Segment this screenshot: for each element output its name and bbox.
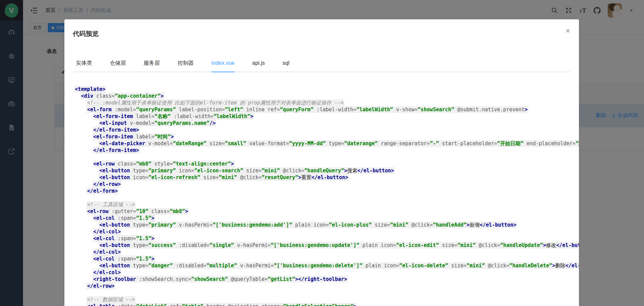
- code-line: <el-col :span=”1.5”>: [74, 255, 579, 262]
- tab-index.vue[interactable]: index.vue: [211, 59, 235, 72]
- code-line: <el-button type=”success” :disabled=”sin…: [74, 242, 579, 249]
- code-line: <el-row :gutter=”10” class=”mb8”>: [74, 208, 579, 215]
- code-line: <!-- 工具区域 -->: [74, 201, 579, 208]
- code-line: <div class=”app-container”>: [74, 93, 579, 99]
- code-line: </el-row>: [74, 181, 579, 188]
- code-line: <template>: [74, 86, 579, 93]
- modal-tabs: 实体类仓储层服务层控制器index.vueapi.jssql: [73, 59, 570, 72]
- code-line: </el-row>: [74, 283, 579, 289]
- code-line: <el-col :span=”1.5”>: [74, 215, 579, 222]
- code-line: <el-form-item label=”名称” :label-width=”l…: [74, 113, 579, 120]
- code-line: <el-input v-model=”queryParams.name”/>: [74, 120, 579, 127]
- code-line: <el-date-picker v-model=”dateRange” size…: [74, 140, 579, 147]
- code-line: [74, 154, 579, 160]
- modal-title: 代码预览: [73, 30, 99, 38]
- code-line: </el-form-item>: [74, 127, 579, 133]
- code-preview-modal: 代码预览 × 实体类仓储层服务层控制器index.vueapi.jssql <t…: [64, 19, 579, 306]
- code-line: <el-form-item label=”时间”>: [74, 133, 579, 140]
- tab-实体类[interactable]: 实体类: [76, 59, 92, 72]
- code-line: </el-col>: [74, 228, 579, 235]
- code-line: [74, 194, 579, 201]
- code-line: [74, 289, 579, 296]
- code-line: <!-- 数据区域 -->: [74, 296, 579, 303]
- code-line: <el-button icon=”el-icon-refresh” size=”…: [74, 174, 579, 181]
- code-line: <!-- :model属性用于表单验证使用 比如下面的el-form-item …: [74, 99, 579, 106]
- code-line: </el-form>: [74, 188, 579, 194]
- code-line: <el-table :data=”dataList” ref=”table” b…: [74, 303, 579, 306]
- tab-控制器[interactable]: 控制器: [178, 59, 194, 72]
- app-root: V 首页/系统工具/代码生成 TT 首页代码生成 表名 导入 序号: [0, 0, 644, 306]
- tab-服务层[interactable]: 服务层: [144, 59, 160, 72]
- code-block[interactable]: <template> <div class=”app-container”> <…: [74, 86, 579, 306]
- code-line: <el-button type=”primary” icon=”el-icon-…: [74, 167, 579, 174]
- code-line: <el-form :model=”queryParams” label-posi…: [74, 106, 579, 113]
- code-line: </el-col>: [74, 249, 579, 255]
- tab-sql[interactable]: sql: [283, 59, 289, 72]
- tab-api.js[interactable]: api.js: [252, 59, 265, 72]
- code-line: </el-form-item>: [74, 147, 579, 154]
- code-line: </el-col>: [74, 269, 579, 276]
- code-line: <el-button type=”primary” v-hasPermi=”['…: [74, 222, 579, 228]
- code-line: <el-row class=”mb8” style=”text-align:ce…: [74, 160, 579, 167]
- code-line: <el-col :span=”1.5”>: [74, 235, 579, 242]
- code-line: <el-button type=”danger” :disabled=”mult…: [74, 262, 579, 269]
- close-icon[interactable]: ×: [565, 27, 570, 35]
- tab-仓储层[interactable]: 仓储层: [110, 59, 126, 72]
- code-line: <right-toolbar :showSearch.sync=”showSea…: [74, 276, 579, 283]
